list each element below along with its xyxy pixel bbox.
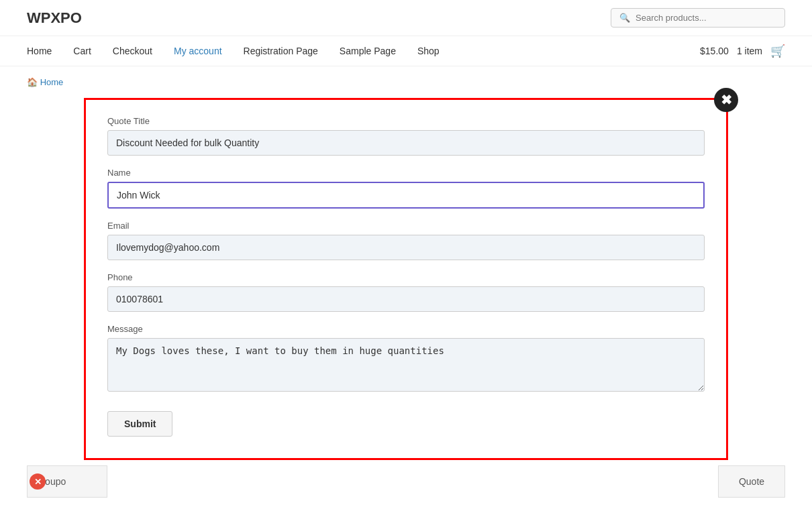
- message-group: Message My Dogs loves these, I want to b…: [107, 324, 705, 394]
- site-logo: WPXPO: [27, 9, 82, 27]
- page-body: 🏠 Home ✖ Quote Title Name Email: [0, 66, 812, 507]
- remove-item-button[interactable]: ✕: [30, 473, 46, 490]
- main-nav: Home Cart Checkout My account Registrati…: [0, 36, 812, 66]
- email-input[interactable]: [107, 235, 705, 260]
- header: WPXPO 🔍: [0, 0, 812, 36]
- close-button[interactable]: ✖: [714, 88, 738, 112]
- breadcrumb[interactable]: 🏠 Home: [27, 77, 785, 87]
- email-label: Email: [107, 221, 705, 231]
- phone-group: Phone: [107, 272, 705, 312]
- nav-sample[interactable]: Sample Page: [329, 43, 407, 59]
- nav-my-account[interactable]: My account: [163, 43, 233, 59]
- cart-summary: $15.00 1 item 🛒: [700, 44, 785, 58]
- page-wrapper: 🏠 Home ✖ Quote Title Name Email: [27, 77, 785, 498]
- quote-title-label: Quote Title: [107, 116, 705, 126]
- nav-shop[interactable]: Shop: [407, 43, 450, 59]
- nav-checkout[interactable]: Checkout: [102, 43, 163, 59]
- name-input[interactable]: [107, 182, 705, 209]
- cart-icon[interactable]: 🛒: [770, 44, 785, 58]
- search-bar[interactable]: 🔍: [611, 8, 785, 27]
- email-group: Email: [107, 221, 705, 260]
- home-icon: 🏠: [27, 77, 38, 87]
- nav-home[interactable]: Home: [27, 43, 62, 59]
- name-label: Name: [107, 168, 705, 178]
- nav-cart[interactable]: Cart: [62, 43, 101, 59]
- cart-price: $15.00: [700, 46, 729, 56]
- phone-label: Phone: [107, 272, 705, 282]
- quote-bar: Quote: [718, 465, 785, 498]
- remove-icon: ✕: [34, 477, 42, 487]
- close-icon: ✖: [721, 93, 732, 107]
- quote-title-group: Quote Title: [107, 116, 705, 156]
- search-icon: 🔍: [619, 13, 630, 23]
- quote-form-container: ✖ Quote Title Name Email Phone: [84, 98, 728, 460]
- cart-count: 1 item: [737, 46, 762, 56]
- name-group: Name: [107, 168, 705, 209]
- message-textarea[interactable]: My Dogs loves these, I want to buy them …: [107, 338, 705, 392]
- submit-button[interactable]: Submit: [107, 411, 172, 437]
- quote-title-input[interactable]: [107, 130, 705, 156]
- nav-registration[interactable]: Registration Page: [233, 43, 329, 59]
- phone-input[interactable]: [107, 286, 705, 312]
- quote-label: Quote: [739, 476, 764, 487]
- breadcrumb-home[interactable]: Home: [40, 77, 64, 87]
- search-input[interactable]: [636, 13, 776, 23]
- message-label: Message: [107, 324, 705, 334]
